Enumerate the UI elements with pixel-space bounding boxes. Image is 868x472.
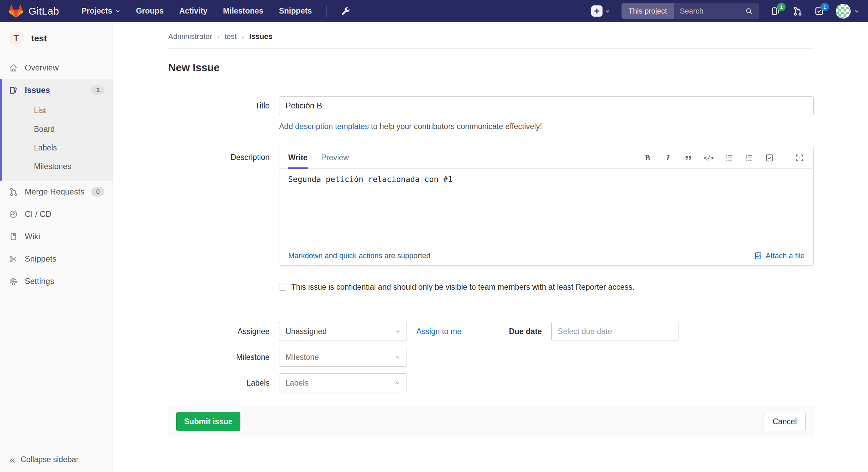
tanuki-icon bbox=[9, 4, 23, 18]
sidebar-item-list[interactable]: List bbox=[2, 101, 113, 120]
search-scope-badge[interactable]: This project bbox=[622, 3, 674, 19]
numbered-list-icon[interactable]: 1 2 3 bbox=[744, 153, 754, 163]
assign-to-me-link[interactable]: Assign to me bbox=[416, 327, 461, 336]
issues-subnav: List Board Labels Milestones bbox=[2, 101, 113, 176]
project-header[interactable]: T test bbox=[0, 22, 113, 57]
editor-footer: Markdown and quick actions are supported… bbox=[279, 246, 813, 265]
sidebar-item-label: CI / CD bbox=[25, 209, 52, 219]
new-menu-button[interactable] bbox=[591, 5, 610, 17]
chevron-down-icon bbox=[854, 8, 859, 14]
milestone-value: Milestone bbox=[285, 353, 319, 362]
bold-icon[interactable]: B bbox=[643, 153, 653, 163]
bullet-list-icon[interactable] bbox=[724, 153, 734, 163]
form-actions: Submit issue Cancel bbox=[168, 407, 814, 436]
title-helper: Add description templates to help your c… bbox=[279, 122, 814, 131]
nav-issues-button[interactable]: 1 bbox=[771, 6, 781, 16]
italic-icon[interactable]: I bbox=[663, 153, 673, 163]
sidebar-item-merge-requests[interactable]: Merge Requests 0 bbox=[0, 181, 113, 203]
sidebar-item-snippets[interactable]: Snippets bbox=[0, 248, 113, 270]
sidebar-item-board[interactable]: Board bbox=[2, 120, 113, 139]
description-textarea[interactable]: Segunda petición relacionada con #1 bbox=[279, 169, 813, 246]
issues-count-badge: 1 bbox=[777, 3, 786, 11]
book-icon bbox=[9, 232, 18, 241]
sidebar-item-label: Overview bbox=[25, 63, 59, 73]
admin-wrench-icon[interactable] bbox=[341, 6, 350, 16]
labels-row: Labels Labels bbox=[168, 373, 814, 392]
tab-preview[interactable]: Preview bbox=[321, 147, 349, 168]
chevron-down-icon bbox=[395, 329, 400, 334]
fullscreen-icon[interactable] bbox=[794, 153, 805, 163]
merge-request-icon bbox=[9, 187, 18, 197]
sidebar-item-wiki[interactable]: Wiki bbox=[0, 225, 113, 248]
labels-label: Labels bbox=[168, 378, 279, 388]
gear-icon bbox=[9, 277, 18, 286]
mr-count-pill: 0 bbox=[91, 187, 104, 197]
due-date-input[interactable] bbox=[551, 322, 678, 341]
nav-groups[interactable]: Groups bbox=[136, 6, 164, 16]
sidebar-item-issues[interactable]: Issues 1 bbox=[2, 79, 113, 101]
quote-icon[interactable] bbox=[683, 153, 693, 163]
main-content: Administrator › test › Issues New Issue … bbox=[113, 0, 868, 436]
labels-value: Labels bbox=[285, 378, 309, 388]
nav-todos-button[interactable]: 1 bbox=[814, 6, 824, 16]
nav-merge-requests-button[interactable] bbox=[792, 6, 803, 16]
collapse-label: Collapse sidebar bbox=[21, 455, 79, 464]
sidebar-item-settings[interactable]: Settings bbox=[0, 270, 113, 292]
nav-snippets[interactable]: Snippets bbox=[279, 6, 312, 16]
sidebar-item-label: Issues bbox=[25, 85, 50, 95]
submit-issue-button[interactable]: Submit issue bbox=[176, 412, 240, 431]
breadcrumb-administrator[interactable]: Administrator bbox=[168, 32, 212, 41]
collapse-icon: « bbox=[9, 455, 15, 465]
gitlab-logo[interactable]: GitLab bbox=[9, 4, 59, 18]
due-date-label: Due date bbox=[509, 327, 542, 336]
home-icon bbox=[9, 63, 18, 73]
global-search: This project bbox=[622, 3, 759, 19]
sidebar-item-ci-cd[interactable]: CI / CD bbox=[0, 203, 113, 225]
description-row: Description Write Preview B I bbox=[168, 147, 814, 266]
quick-actions-link[interactable]: quick actions bbox=[339, 251, 382, 260]
svg-text:3: 3 bbox=[746, 159, 747, 162]
description-label: Description bbox=[168, 147, 279, 162]
labels-select[interactable]: Labels bbox=[279, 373, 407, 392]
search-icon[interactable] bbox=[745, 7, 753, 15]
tab-write[interactable]: Write bbox=[288, 147, 308, 168]
nav-projects[interactable]: Projects bbox=[81, 6, 120, 16]
footer-text: are supported bbox=[382, 251, 431, 260]
description-templates-link[interactable]: description templates bbox=[295, 122, 369, 131]
nav-activity[interactable]: Activity bbox=[179, 6, 208, 16]
breadcrumb-issues: Issues bbox=[249, 32, 273, 41]
sidebar-item-overview[interactable]: Overview bbox=[0, 57, 113, 79]
title-input[interactable] bbox=[279, 96, 814, 115]
helper-text: Add bbox=[279, 122, 295, 131]
footer-text: and bbox=[322, 251, 339, 260]
assignee-label: Assignee bbox=[168, 327, 279, 336]
user-menu[interactable] bbox=[836, 4, 859, 19]
nav-milestones[interactable]: Milestones bbox=[223, 6, 263, 16]
logo-wordmark: GitLab bbox=[28, 5, 59, 17]
project-name: test bbox=[31, 33, 47, 44]
code-icon[interactable]: </> bbox=[704, 153, 714, 163]
confidential-label: This issue is confidential and should on… bbox=[291, 283, 634, 292]
cancel-button[interactable]: Cancel bbox=[764, 412, 806, 431]
chevron-down-icon bbox=[395, 380, 400, 386]
todos-count-badge: 1 bbox=[821, 3, 829, 11]
markdown-link[interactable]: Markdown bbox=[288, 251, 322, 260]
search-input[interactable] bbox=[680, 7, 741, 16]
milestone-select[interactable]: Milestone bbox=[279, 348, 407, 367]
assignee-row: Assignee Unassigned Assign to me Due dat… bbox=[168, 322, 814, 341]
chevron-down-icon bbox=[115, 8, 120, 14]
sidebar-item-label: Snippets bbox=[25, 254, 56, 264]
breadcrumb-test[interactable]: test bbox=[225, 32, 237, 41]
attach-file-button[interactable]: Attach a file bbox=[754, 251, 805, 260]
task-list-icon[interactable] bbox=[765, 153, 775, 163]
collapse-sidebar-button[interactable]: « Collapse sidebar bbox=[0, 447, 113, 472]
confidential-checkbox[interactable] bbox=[279, 284, 286, 291]
primary-nav: Projects Groups Activity Milestones Snip… bbox=[81, 6, 312, 16]
sidebar-item-milestones[interactable]: Milestones bbox=[2, 157, 113, 176]
confidential-row: This issue is confidential and should on… bbox=[279, 283, 814, 292]
milestone-label: Milestone bbox=[168, 353, 279, 362]
sidebar-item-labels[interactable]: Labels bbox=[2, 139, 113, 157]
issues-count-pill: 1 bbox=[91, 85, 104, 95]
assignee-select[interactable]: Unassigned bbox=[279, 322, 407, 341]
user-avatar bbox=[836, 4, 851, 19]
